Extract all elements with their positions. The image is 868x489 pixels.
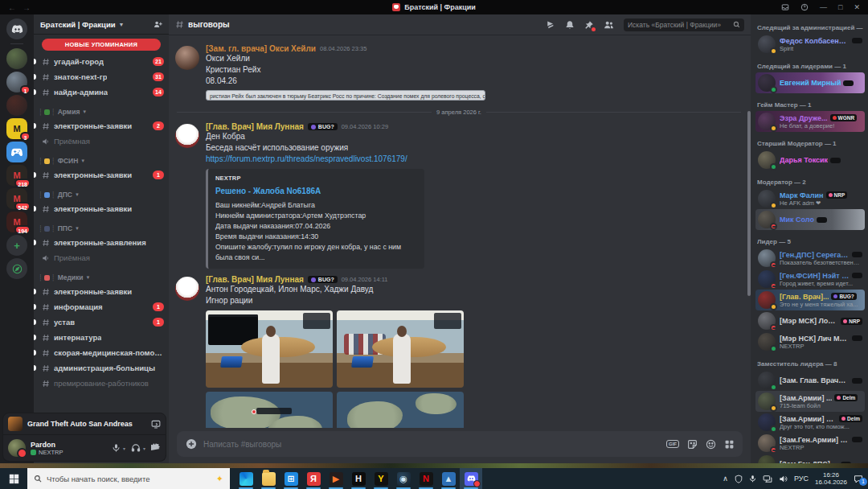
channel-item[interactable]: интернатура [34, 330, 169, 345]
attachment-image[interactable] [337, 310, 464, 388]
channel-item[interactable]: электронные-заявки 1 [34, 167, 169, 183]
invite-people-icon[interactable] [154, 20, 162, 29]
channel-item[interactable]: информация 1 [34, 299, 169, 314]
channel-item[interactable]: электронные-заявки 2 [34, 118, 169, 134]
server-photo-1[interactable] [6, 48, 27, 69]
channel-item[interactable]: найди-админа 14 [34, 84, 169, 100]
keyboard-language[interactable]: РУС [794, 475, 809, 483]
server-controller[interactable] [6, 142, 27, 162]
start-button[interactable] [0, 468, 27, 489]
volume-icon[interactable] [779, 475, 788, 483]
taskbar-app-discord[interactable] [460, 468, 482, 489]
member-row[interactable]: [Зам.Ген.Армии] Будда Р... NEXTRP [755, 433, 865, 454]
channel-category[interactable]: ┊┊ ДПС ▼ [34, 188, 169, 201]
channel-item[interactable]: угадай-город 21 [34, 54, 169, 69]
emoji-picker-icon[interactable] [706, 439, 716, 450]
member-row[interactable]: [Ген.ФСИН] Нэйт Эбиссэ... Город живет, в… [755, 269, 865, 290]
taskbar-app-yandex-music[interactable]: Y [370, 468, 392, 489]
member-row[interactable]: [Зам.Армии] ... Delm 715-team бойл [755, 391, 865, 412]
message-link[interactable]: https://forum.nextrp.ru/threads/nesprave… [206, 154, 743, 165]
attach-plus-icon[interactable] [185, 438, 197, 450]
tray-mic-icon[interactable] [749, 475, 756, 483]
channel-item[interactable]: устав 1 [34, 314, 169, 330]
shield-icon[interactable] [735, 475, 743, 483]
member-row[interactable]: [Мэр НСК] Лич Многоли... NEXTRP [755, 331, 865, 352]
server-m-yellow[interactable]: M3 [6, 118, 27, 139]
member-row[interactable]: Мик Соло [755, 209, 865, 230]
help-icon[interactable] [800, 3, 809, 11]
avatar[interactable] [175, 277, 199, 301]
attachment-image[interactable] [337, 392, 464, 428]
member-row[interactable]: Эзра Друже... WGNR Не блат, а доверие! [755, 111, 865, 132]
member-row[interactable]: [Ген.ДПС] Серега Харри... Показатель без… [755, 248, 865, 269]
taskbar-app-hbo[interactable]: H [347, 468, 370, 489]
avatar[interactable] [175, 46, 199, 70]
apps-icon[interactable] [724, 439, 735, 450]
discord-home[interactable] [6, 18, 27, 39]
taskbar-app-netflix[interactable]: N [415, 468, 437, 489]
taskbar-app-edge[interactable] [235, 468, 257, 489]
member-row[interactable]: [Глав. Врач]... BUG? Это не у меня тяжел… [755, 290, 865, 310]
member-row[interactable]: Евгений Мирный [755, 72, 865, 93]
taskbar-search-input[interactable]: Чтобы начать поиск, введите ✦ [27, 468, 230, 489]
explore-servers[interactable] [6, 258, 27, 279]
search-highlights-icon[interactable]: ✦ [216, 474, 223, 484]
screenshare-icon[interactable] [151, 420, 161, 429]
message-author[interactable]: [Глав. Врач] Мия Лунная [206, 275, 304, 284]
message-author[interactable]: [Глав. Врач] Мия Лунная [206, 122, 304, 131]
nav-back-forward-icons[interactable]: ←→ [8, 3, 37, 12]
channel-category[interactable]: ┊┊ ФСИН ▼ [34, 154, 169, 167]
member-row[interactable]: [Зам. Глав. Врача] Л. Ви... [755, 370, 865, 391]
channel-item[interactable]: премирование-работников [34, 376, 169, 391]
embed-title[interactable]: Решено - Жалоба No6186A [215, 187, 417, 195]
tray-expand-icon[interactable]: ∧ [723, 475, 728, 483]
channel-item[interactable]: скорая-медицинская-помощь [34, 345, 169, 360]
mic-icon[interactable] [112, 443, 121, 453]
message-author[interactable]: [Зам. гл. врача] Окси Хейли [206, 44, 316, 53]
member-row[interactable]: Марк Фалин NRP Не AFK adm ❤ [755, 188, 865, 209]
member-list-toggle-icon[interactable] [604, 20, 614, 30]
server-header[interactable]: Братский | Фракции ▼ [34, 14, 169, 34]
server-m-red-3[interactable]: M194 [6, 212, 27, 232]
channel-item[interactable]: администрация-больницы [34, 360, 169, 376]
chat-scrollbar-thumb[interactable] [747, 111, 751, 296]
server-photo-3[interactable] [6, 95, 27, 116]
gear-icon[interactable] [151, 443, 161, 453]
channel-category[interactable]: ┊┊ Армия ▼ [34, 105, 169, 118]
member-row[interactable]: [Зам.Ген.ДПС] ... [755, 454, 865, 463]
attachment-image-strip[interactable]: ристиан Рейх был заключен в тюрьму Беатр… [206, 90, 485, 101]
voice-channel-item[interactable]: Приёмная [34, 250, 169, 265]
headphones-icon[interactable] [131, 443, 141, 453]
taskbar-app-kinopoisk[interactable]: ▶ [325, 468, 347, 489]
gif-picker-icon[interactable]: GIF [666, 440, 679, 448]
attachment-image[interactable] [206, 310, 333, 388]
message-input[interactable]: Написать #выговоры GIF [177, 431, 743, 457]
channel-category[interactable]: ┊┊ ППС ▼ [34, 222, 169, 235]
inbox-icon[interactable] [781, 3, 789, 11]
member-row[interactable]: Дарья Токсик [755, 150, 865, 171]
minimize-button[interactable]: — [820, 3, 827, 11]
voice-channel-item[interactable]: Приёмная [34, 134, 169, 149]
server-photo-2[interactable]: 1 [6, 72, 27, 92]
maximize-button[interactable]: □ [838, 3, 842, 11]
pinned-messages-icon[interactable] [584, 20, 594, 30]
action-center-icon[interactable]: 1 [854, 475, 863, 483]
channel-item[interactable]: электронные-заявки [34, 201, 169, 216]
member-row[interactable]: [Зам.Армии] Нео... Delm Друг это тот, кт… [755, 412, 865, 433]
taskbar-app-photos[interactable]: ▲ [437, 468, 460, 489]
sticker-picker-icon[interactable] [687, 439, 698, 450]
taskbar-app-yandex-browser[interactable]: Я [302, 468, 325, 489]
notifications-bell-icon[interactable] [565, 20, 575, 30]
new-mentions-pill-top[interactable]: НОВЫЕ УПОМИНАНИЯ [42, 39, 161, 51]
avatar[interactable] [175, 124, 199, 148]
server-search-input[interactable]: Искать «Братский | Фракции» [624, 18, 744, 31]
channel-category[interactable]: ┊┊ Медики ▼ [34, 271, 169, 284]
taskbar-clock[interactable]: 16:26 16.04.2026 [815, 471, 847, 486]
member-row[interactable]: [Мэр МСК] Локи ... NRP [755, 310, 865, 331]
server-m-red-1[interactable]: M218 [6, 165, 27, 186]
add-server[interactable]: + [6, 235, 27, 256]
channel-item[interactable]: электронные-заявки [34, 284, 169, 299]
server-m-red-2[interactable]: M542 [6, 188, 27, 209]
close-button[interactable]: ✕ [854, 3, 860, 11]
network-icon[interactable] [763, 475, 772, 483]
